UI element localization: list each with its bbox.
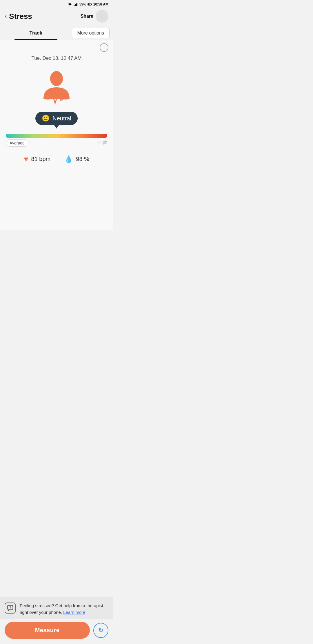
wifi-icon (67, 2, 72, 6)
svg-rect-2 (75, 4, 76, 6)
neutral-emoji-icon: 😐 (42, 115, 50, 122)
tabs-bar: Track More options (0, 26, 113, 40)
stress-status-label: Neutral (52, 115, 71, 122)
info-icon: i (103, 45, 104, 50)
more-dots-icon: ⋮ (99, 13, 105, 20)
spo2-stat: 💧 98 % (64, 155, 89, 163)
header: ‹ Stress Share ⋮ (0, 8, 113, 26)
person-stress-icon (38, 67, 75, 105)
svg-rect-7 (88, 3, 89, 5)
svg-rect-6 (91, 4, 92, 5)
signal-icon (74, 2, 78, 6)
svg-rect-3 (76, 3, 77, 6)
stress-bar-labels: Average High (6, 140, 107, 146)
status-bar: 39% 10:58 AM (0, 0, 113, 8)
tab-more-options[interactable]: More options (72, 28, 110, 38)
battery-text: 39% (79, 2, 86, 6)
stress-bubble: 😐 Neutral (0, 112, 113, 125)
tab-track[interactable]: Track (0, 26, 72, 40)
share-button[interactable]: Share (81, 14, 93, 19)
person-area (0, 67, 113, 105)
heart-rate-stat: ♥ 81 bpm (24, 155, 50, 164)
heart-icon: ♥ (24, 155, 28, 164)
stress-bar-section: Average High (0, 128, 113, 146)
main-content: i Tue, Dec 18, 10:47 AM 😐 Neutral Averag… (0, 40, 113, 230)
average-label: Average (6, 140, 28, 146)
stress-status-bubble: 😐 Neutral (35, 112, 77, 125)
status-icons: 39% 10:58 AM (67, 2, 108, 6)
stats-row: ♥ 81 bpm 💧 98 % (0, 155, 113, 164)
back-button[interactable]: ‹ (5, 13, 7, 19)
heart-rate-value: 81 bpm (31, 156, 51, 162)
svg-point-0 (69, 6, 70, 6)
battery-icon (88, 2, 92, 6)
stress-gradient-bar (6, 134, 107, 138)
page-title: Stress (9, 12, 80, 21)
svg-point-8 (50, 71, 63, 86)
spo2-icon: 💧 (64, 155, 73, 163)
date-display: Tue, Dec 18, 10:47 AM (0, 55, 113, 61)
more-options-button[interactable]: ⋮ (96, 10, 108, 23)
info-row: i (0, 40, 113, 53)
svg-rect-4 (77, 3, 78, 6)
time-text: 10:58 AM (93, 2, 108, 6)
svg-rect-1 (74, 5, 74, 6)
info-button[interactable]: i (100, 43, 108, 52)
high-label: High (98, 140, 107, 146)
spo2-value: 98 % (76, 156, 89, 162)
